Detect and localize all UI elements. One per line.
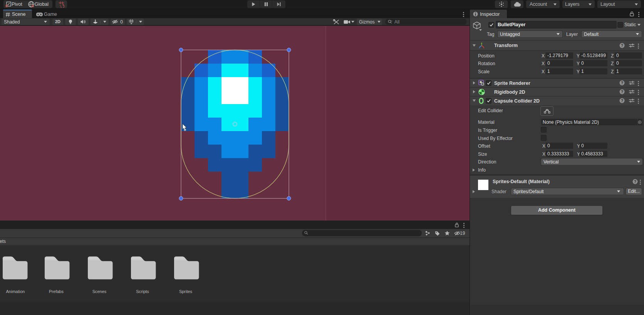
svg-text:?: ? — [621, 99, 623, 103]
svg-text:?: ? — [634, 180, 636, 184]
svg-text:?: ? — [621, 44, 623, 48]
svg-text:?: ? — [621, 81, 623, 85]
svg-text:?: ? — [621, 90, 623, 94]
